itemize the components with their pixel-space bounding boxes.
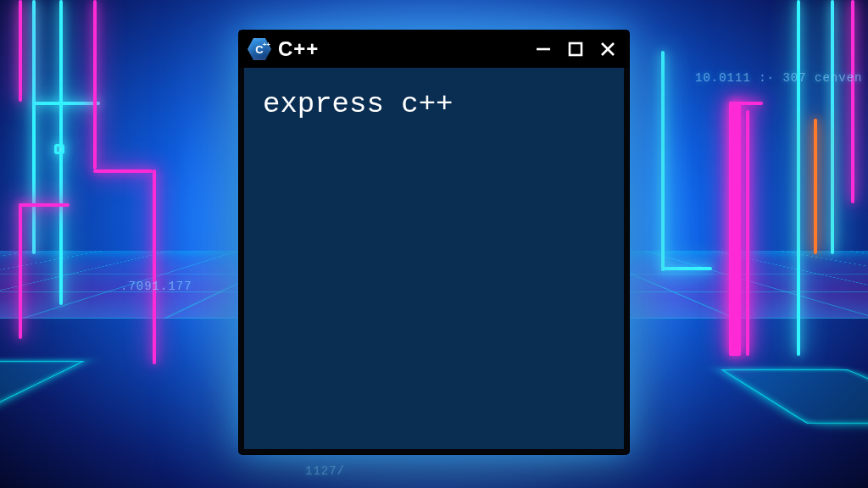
minimize-icon [535, 41, 552, 58]
trace-cyan [59, 0, 63, 305]
trace-cyan [831, 0, 834, 254]
trace-pink [19, 203, 70, 207]
bg-digits-left: .7091.177 [120, 280, 192, 293]
trace-pink [729, 102, 741, 356]
bg-digits-bottom: 1127/ [305, 464, 345, 478]
bg-digits-right: 10.0111 :· 307 cenven [695, 71, 862, 85]
trace-cyan [661, 51, 665, 271]
trace-pink [93, 169, 153, 173]
trace-cyan [32, 102, 100, 105]
trace-cyan [32, 0, 36, 254]
minimize-button[interactable] [531, 36, 556, 62]
cpp-logo-icon: C ++ [248, 37, 271, 61]
titlebar[interactable]: C ++ C++ [239, 30, 629, 68]
trace-cyan [797, 0, 800, 356]
maximize-button[interactable] [563, 36, 588, 62]
stage: .7091.177 10.0111 :· 307 cenven 1127/ C … [0, 0, 868, 488]
trace-pink [19, 0, 22, 102]
maximize-icon [567, 41, 584, 58]
trace-pink [729, 102, 763, 105]
terminal-output-line: express c++ [263, 88, 605, 120]
trace-pink [153, 169, 156, 364]
window-title: C++ [278, 37, 319, 61]
trace-cyan [661, 267, 712, 270]
trace-pink [19, 203, 22, 339]
trace-orange [814, 119, 817, 254]
close-icon [599, 41, 616, 58]
terminal-window: C ++ C++ express c++ [239, 30, 629, 454]
terminal-client-area[interactable]: express c++ [244, 68, 624, 449]
trace-pink [851, 0, 854, 203]
close-button[interactable] [595, 36, 620, 62]
trace-pink [93, 0, 97, 169]
trace-pink [746, 110, 749, 356]
trace-node [54, 144, 64, 154]
svg-rect-1 [570, 43, 581, 55]
